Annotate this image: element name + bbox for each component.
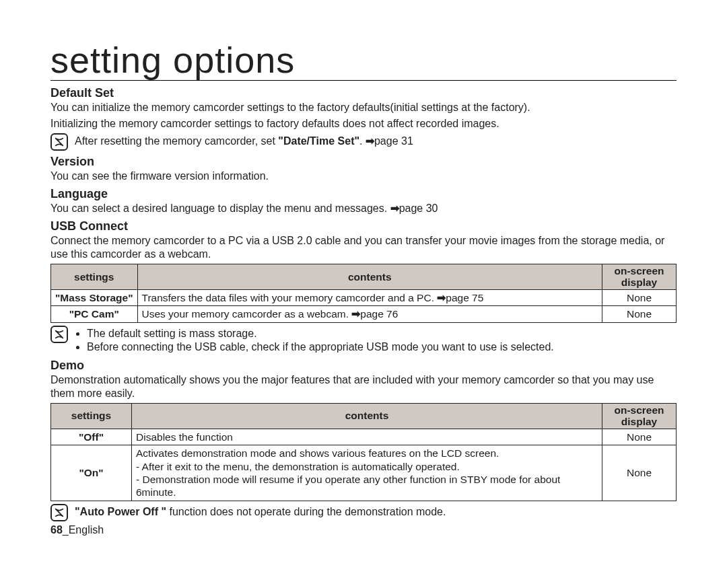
table-row: "PC Cam" Uses your memory camcorder as a… bbox=[51, 306, 677, 322]
note-usb-item-0: The default setting is mass storage. bbox=[87, 327, 677, 341]
language-body: You can select a desired language to dis… bbox=[50, 202, 677, 215]
note-icon bbox=[50, 504, 68, 521]
demo-body: Demonstration automatically shows you th… bbox=[50, 373, 677, 400]
note-default-set-bold: "Date/Time Set" bbox=[278, 135, 359, 147]
demo-row-0-content: Disables the function bbox=[132, 429, 602, 445]
manual-page: setting options Default Set You can init… bbox=[0, 0, 727, 588]
demo-row-1-setting: "On" bbox=[51, 445, 132, 501]
col-header-settings: settings bbox=[51, 264, 138, 290]
col-header-settings: settings bbox=[51, 404, 132, 429]
note-default-set-text: After resetting the memory camcorder, se… bbox=[75, 133, 677, 149]
col-header-osd: on-screen display bbox=[602, 404, 677, 429]
table-row: "On" Activates demonstration mode and sh… bbox=[51, 445, 677, 501]
usb-row-0-content: Transfers the data files with your memor… bbox=[137, 289, 602, 305]
note-default-set-pageref: page 31 bbox=[374, 135, 413, 147]
version-body: You can see the firmware version informa… bbox=[50, 170, 677, 183]
page-lang: _English bbox=[63, 524, 104, 536]
demo-row-0-osd: None bbox=[602, 429, 677, 445]
note-demo-rest: function does not operate during the dem… bbox=[166, 506, 446, 517]
default-set-body-2: Initializing the memory camcorder settin… bbox=[50, 117, 677, 131]
usb-row-0-content-text: Transfers the data files with your memor… bbox=[142, 292, 438, 303]
default-set-body-1: You can initialize the memory camcorder … bbox=[50, 101, 677, 114]
arrow-icon: ➡ bbox=[351, 307, 360, 320]
usb-row-0-pageref: page 75 bbox=[446, 292, 483, 303]
usb-row-1-setting: "PC Cam" bbox=[51, 306, 138, 322]
col-header-contents: contents bbox=[132, 404, 602, 429]
usb-row-1-pageref: page 76 bbox=[360, 308, 398, 320]
note-icon bbox=[50, 326, 68, 343]
language-pageref: page 30 bbox=[399, 203, 438, 214]
usb-row-0-setting: "Mass Storage" bbox=[51, 289, 138, 305]
demo-table: settings contents on-screen display "Off… bbox=[50, 403, 677, 501]
language-body-prefix: You can select a desired language to dis… bbox=[50, 203, 390, 214]
page-title: setting options bbox=[50, 40, 677, 81]
table-header-row: settings contents on-screen display bbox=[51, 264, 677, 290]
usb-row-1-content-text: Uses your memory camcorder as a webcam. bbox=[142, 308, 352, 320]
note-default-set-prefix: After resetting the memory camcorder, se… bbox=[75, 135, 278, 147]
heading-demo: Demo bbox=[50, 359, 677, 373]
table-row: "Mass Storage" Transfers the data files … bbox=[51, 289, 677, 305]
table-header-row: settings contents on-screen display bbox=[51, 404, 677, 429]
demo-row-0-setting: "Off" bbox=[51, 429, 132, 445]
col-header-osd: on-screen display bbox=[602, 264, 677, 290]
heading-version: Version bbox=[50, 155, 677, 169]
usb-row-1-osd: None bbox=[602, 306, 677, 322]
note-demo: "Auto Power Off " function does not oper… bbox=[50, 504, 677, 521]
page-number: 68 bbox=[50, 524, 63, 536]
note-default-set: After resetting the memory camcorder, se… bbox=[50, 133, 677, 151]
note-usb: The default setting is mass storage. Bef… bbox=[50, 326, 677, 355]
table-row: "Off" Disables the function None bbox=[51, 429, 677, 445]
demo-row-1-osd: None bbox=[602, 445, 677, 501]
note-usb-item-1: Before connecting the USB cable, check i… bbox=[87, 340, 677, 355]
arrow-icon: ➡ bbox=[390, 202, 399, 215]
usb-row-0-osd: None bbox=[602, 289, 677, 305]
usb-row-1-content: Uses your memory camcorder as a webcam. … bbox=[137, 306, 602, 322]
heading-language: Language bbox=[50, 187, 677, 201]
note-demo-text: "Auto Power Off " function does not oper… bbox=[75, 504, 677, 519]
usb-connect-table: settings contents on-screen display "Mas… bbox=[50, 264, 677, 322]
page-footer: 68_English bbox=[50, 524, 677, 536]
col-header-contents: contents bbox=[137, 264, 602, 290]
note-demo-bold: "Auto Power Off " bbox=[75, 506, 166, 517]
heading-default-set: Default Set bbox=[50, 86, 677, 100]
note-usb-text: The default setting is mass storage. Bef… bbox=[75, 326, 677, 355]
usb-connect-body: Connect the memory camcorder to a PC via… bbox=[50, 234, 677, 261]
demo-row-1-content: Activates demonstration mode and shows v… bbox=[132, 445, 602, 501]
note-icon bbox=[50, 133, 68, 151]
arrow-icon: ➡ bbox=[366, 135, 374, 149]
heading-usb-connect: USB Connect bbox=[50, 219, 677, 233]
note-default-set-suffix: . bbox=[359, 135, 366, 147]
arrow-icon: ➡ bbox=[437, 291, 446, 304]
